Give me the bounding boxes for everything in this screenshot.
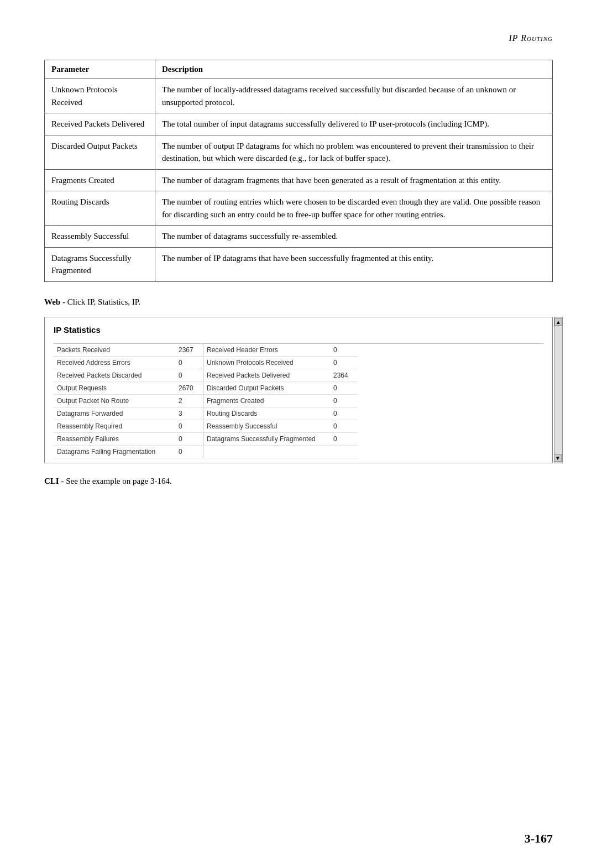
table-row-param-4: Routing Discards — [45, 191, 155, 226]
stats-label2-1: Unknown Protocols Received — [203, 357, 330, 369]
stats-val2-5: 0 — [330, 407, 358, 420]
stats-label2-0: Received Header Errors — [203, 344, 330, 357]
stats-label1-2: Received Packets Discarded — [54, 369, 175, 382]
stats-label2-8 — [203, 446, 330, 458]
ip-stats-title: IP Statistics — [54, 325, 543, 334]
stats-label2-4: Fragments Created — [203, 395, 330, 407]
web-instruction: Web - Click IP, Statistics, IP. — [44, 297, 553, 307]
page-header: IP Routing — [44, 33, 553, 43]
table-row-param-3: Fragments Created — [45, 169, 155, 191]
cli-instruction: CLI - See the example on page 3-164. — [44, 477, 553, 486]
stats-label1-1: Received Address Errors — [54, 357, 175, 369]
stats-val2-3: 0 — [330, 382, 358, 395]
stats-label1-7: Reassembly Failures — [54, 433, 175, 446]
stats-label2-5: Routing Discards — [203, 407, 330, 420]
stats-val1-8: 0 — [175, 446, 203, 458]
stats-label1-5: Datagrams Forwarded — [54, 407, 175, 420]
web-label: Web - — [44, 297, 65, 306]
stats-label1-3: Output Requests — [54, 382, 175, 395]
cli-text: See the example on page 3-164. — [66, 477, 172, 485]
header-title: IP Routing — [509, 33, 553, 43]
table-row-desc-1: The total number of input datagrams succ… — [155, 113, 553, 135]
table-row-desc-3: The number of datagram fragments that ha… — [155, 169, 553, 191]
stats-grid: Packets Received2367Received Header Erro… — [54, 343, 543, 458]
stats-val2-6: 0 — [330, 420, 358, 433]
stats-val2-1: 0 — [330, 357, 358, 369]
table-row-param-0: Unknown Protocols Received — [45, 79, 155, 113]
stats-val2-4: 0 — [330, 395, 358, 407]
stats-val1-1: 0 — [175, 357, 203, 369]
table-row-param-1: Received Packets Delivered — [45, 113, 155, 135]
scrollbar-down-button[interactable]: ▼ — [554, 454, 562, 462]
page-number: 3-167 — [525, 832, 553, 846]
table-row-param-5: Reassembly Successful — [45, 226, 155, 248]
stats-val1-6: 0 — [175, 420, 203, 433]
stats-label2-2: Received Packets Delivered — [203, 369, 330, 382]
stats-val1-5: 3 — [175, 407, 203, 420]
table-row-desc-2: The number of output IP datagrams for wh… — [155, 135, 553, 169]
stats-val2-7: 0 — [330, 433, 358, 446]
stats-val1-2: 0 — [175, 369, 203, 382]
table-row-desc-4: The number of routing entries which were… — [155, 191, 553, 226]
table-row-desc-6: The number of IP datagrams that have bee… — [155, 247, 553, 281]
web-text: Click IP, Statistics, IP. — [67, 297, 141, 306]
table-row-desc-0: The number of locally-addressed datagram… — [155, 79, 553, 113]
stats-label1-4: Output Packet No Route — [54, 395, 175, 407]
stats-label1-8: Datagrams Failing Fragmentation — [54, 446, 175, 458]
stats-label2-6: Reassembly Successful — [203, 420, 330, 433]
stats-val2-8 — [330, 446, 358, 458]
stats-label1-6: Reassembly Required — [54, 420, 175, 433]
stats-label2-7: Datagrams Successfully Fragmented — [203, 433, 330, 446]
parameter-table: Parameter Description Unknown Protocols … — [44, 60, 553, 282]
table-row-param-2: Discarded Output Packets — [45, 135, 155, 169]
col-header-description: Description — [155, 60, 553, 79]
table-row-desc-5: The number of datagrams successfully re-… — [155, 226, 553, 248]
stats-val1-4: 2 — [175, 395, 203, 407]
stats-val2-2: 2364 — [330, 369, 358, 382]
ip-statistics-panel: IP Statistics Packets Received2367Receiv… — [44, 317, 553, 463]
stats-val1-7: 0 — [175, 433, 203, 446]
col-header-parameter: Parameter — [45, 60, 155, 79]
cli-label: CLI - — [44, 477, 64, 485]
stats-val1-0: 2367 — [175, 344, 203, 357]
stats-label1-0: Packets Received — [54, 344, 175, 357]
stats-val2-0: 0 — [330, 344, 358, 357]
stats-label2-3: Discarded Output Packets — [203, 382, 330, 395]
stats-val1-3: 2670 — [175, 382, 203, 395]
scrollbar[interactable]: ▲ ▼ — [554, 317, 563, 463]
scrollbar-up-button[interactable]: ▲ — [554, 318, 562, 326]
table-row-param-6: Datagrams Successfully Fragmented — [45, 247, 155, 281]
